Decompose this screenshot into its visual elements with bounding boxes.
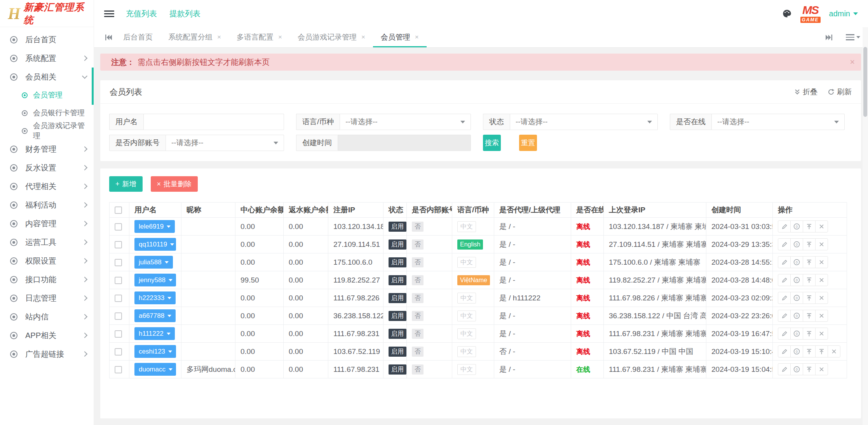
- tabs-scroll-right-icon[interactable]: [822, 34, 836, 41]
- palette-icon[interactable]: [782, 9, 792, 19]
- row-checkbox[interactable]: [115, 348, 122, 356]
- sidebar-subitem-0[interactable]: 会员管理: [0, 86, 94, 104]
- zero-action-button[interactable]: 0: [790, 328, 803, 340]
- sidebar-item-2[interactable]: 会员相关: [0, 68, 94, 86]
- filter-select[interactable]: --请选择--: [340, 114, 471, 130]
- status-badge[interactable]: 启用: [389, 257, 406, 267]
- zero-action-button[interactable]: 0: [790, 292, 803, 304]
- status-badge[interactable]: 启用: [389, 239, 406, 250]
- edit-action-button[interactable]: [778, 345, 791, 357]
- sidebar-item-1[interactable]: 系统配置: [0, 49, 94, 68]
- top-action-button[interactable]: [803, 363, 816, 375]
- row-checkbox[interactable]: [115, 241, 122, 248]
- ms-game-logo[interactable]: MS GAME: [800, 4, 821, 23]
- sidebar-item-13[interactable]: APP相关: [0, 326, 94, 345]
- close-action-button[interactable]: [815, 220, 828, 232]
- sidebar-item-7[interactable]: 内容管理: [0, 214, 94, 233]
- edit-action-button[interactable]: [778, 220, 791, 232]
- add-button[interactable]: + 新增: [109, 176, 143, 192]
- username-dropdown-button[interactable]: qq110119: [134, 238, 176, 251]
- edit-action-button[interactable]: [778, 256, 791, 268]
- sidebar-item-12[interactable]: 站内信: [0, 307, 94, 326]
- zero-action-button[interactable]: 0: [790, 238, 803, 250]
- top-action-button[interactable]: [803, 220, 816, 232]
- sidebar-subitem-1[interactable]: 会员银行卡管理: [0, 104, 94, 122]
- status-badge[interactable]: 启用: [389, 364, 406, 375]
- row-checkbox[interactable]: [115, 312, 122, 320]
- tab-0[interactable]: 后台首页: [115, 27, 160, 47]
- sidebar-item-3[interactable]: 财务管理: [0, 140, 94, 158]
- sidebar-item-14[interactable]: 广告超链接: [0, 345, 94, 363]
- edit-action-button[interactable]: [778, 363, 791, 375]
- row-checkbox[interactable]: [115, 223, 122, 231]
- select-all-checkbox[interactable]: [115, 206, 122, 214]
- tabs-scroll-left-icon[interactable]: [102, 27, 115, 47]
- close-action-button[interactable]: [815, 256, 828, 268]
- top-action-button[interactable]: [803, 256, 816, 268]
- reset-button[interactable]: 重置: [519, 135, 537, 151]
- username-dropdown-button[interactable]: a667788: [134, 309, 176, 322]
- zero-action-button[interactable]: 0: [790, 274, 803, 286]
- row-checkbox[interactable]: [115, 295, 122, 302]
- username-dropdown-button[interactable]: duomacc: [134, 363, 176, 376]
- fold-button[interactable]: 折叠: [794, 87, 817, 97]
- sidebar-item-8[interactable]: 运营工具: [0, 233, 94, 252]
- sidebar-item-0[interactable]: 后台首页: [0, 30, 94, 49]
- search-button[interactable]: 搜索: [483, 135, 501, 151]
- close-action-button[interactable]: [815, 310, 828, 322]
- zero-action-button[interactable]: 0: [790, 220, 803, 232]
- username-dropdown-button[interactable]: ceshi123: [134, 345, 176, 358]
- vertical-scrollbar[interactable]: [863, 27, 868, 425]
- top-action-button[interactable]: [815, 345, 828, 357]
- user-menu[interactable]: admin: [829, 9, 858, 18]
- top-action-button[interactable]: [803, 292, 816, 304]
- row-checkbox[interactable]: [115, 330, 122, 338]
- refresh-button[interactable]: 刷新: [828, 87, 852, 97]
- tab-3[interactable]: 会员游戏记录管理×: [290, 27, 373, 47]
- row-checkbox[interactable]: [115, 366, 122, 373]
- topbar-link-withdraw[interactable]: 提款列表: [169, 9, 200, 19]
- filter-select[interactable]: --请选择--: [711, 114, 845, 130]
- scrollbar-thumb[interactable]: [863, 47, 867, 117]
- close-action-button[interactable]: [815, 363, 828, 375]
- edit-action-button[interactable]: [778, 292, 791, 304]
- top-action-button[interactable]: [803, 345, 816, 357]
- top-action-button[interactable]: [803, 274, 816, 286]
- tab-close-icon[interactable]: ×: [217, 33, 221, 41]
- status-badge[interactable]: 启用: [389, 311, 406, 321]
- edit-action-button[interactable]: [778, 274, 791, 286]
- status-badge[interactable]: 启用: [389, 293, 406, 303]
- edit-action-button[interactable]: [778, 310, 791, 322]
- status-badge[interactable]: 启用: [389, 329, 406, 339]
- close-action-button[interactable]: [815, 238, 828, 250]
- hamburger-icon[interactable]: [104, 9, 114, 19]
- edit-action-button[interactable]: [778, 238, 791, 250]
- tab-2[interactable]: 多语言配置×: [229, 27, 290, 47]
- username-dropdown-button[interactable]: h111222: [134, 327, 175, 340]
- username-dropdown-button[interactable]: h222333: [134, 291, 176, 304]
- row-checkbox[interactable]: [115, 259, 122, 266]
- alert-close-icon[interactable]: ×: [850, 57, 855, 67]
- zero-action-button[interactable]: 0: [790, 310, 803, 322]
- batch-delete-button[interactable]: × 批量删除: [151, 176, 198, 192]
- top-action-button[interactable]: [803, 238, 816, 250]
- sidebar-item-6[interactable]: 福利活动: [0, 196, 94, 214]
- username-dropdown-button[interactable]: jenny588: [134, 274, 176, 286]
- tab-close-icon[interactable]: ×: [278, 33, 282, 41]
- close-action-button[interactable]: [815, 292, 828, 304]
- zero-action-button[interactable]: 0: [790, 256, 803, 268]
- top-action-button[interactable]: [803, 310, 816, 322]
- username-dropdown-button[interactable]: lele6919: [134, 220, 175, 233]
- tab-4[interactable]: 会员管理×: [373, 27, 427, 47]
- sidebar-item-5[interactable]: 代理相关: [0, 177, 94, 196]
- status-badge[interactable]: 启用: [389, 275, 406, 285]
- tabs-menu-icon[interactable]: [846, 33, 860, 42]
- topbar-link-recharge[interactable]: 充值列表: [126, 9, 157, 19]
- sidebar-subitem-2[interactable]: 会员游戏记录管理: [0, 122, 94, 140]
- sidebar-item-10[interactable]: 接口功能: [0, 270, 94, 289]
- tab-1[interactable]: 系统配置分组×: [160, 27, 229, 47]
- status-badge[interactable]: 启用: [389, 347, 406, 357]
- sidebar-item-9[interactable]: 权限设置: [0, 252, 94, 270]
- sidebar-item-11[interactable]: 日志管理: [0, 289, 94, 307]
- tab-close-icon[interactable]: ×: [361, 33, 365, 41]
